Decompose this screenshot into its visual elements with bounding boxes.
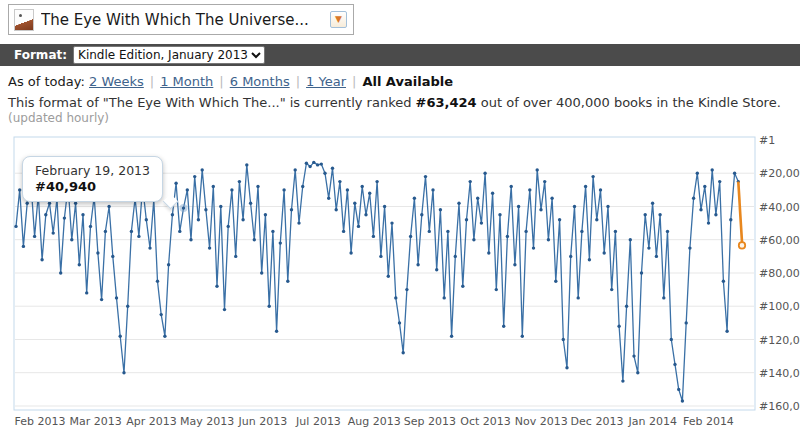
rank-point bbox=[595, 218, 598, 221]
separator: | bbox=[219, 74, 223, 89]
y-axis-label: #40,000 bbox=[759, 201, 800, 214]
range-all-available[interactable]: All Available bbox=[362, 74, 453, 89]
rank-point bbox=[48, 202, 51, 205]
x-axis-label: Nov 2013 bbox=[515, 415, 568, 428]
rank-point bbox=[59, 271, 62, 274]
rank-point bbox=[122, 371, 125, 374]
rank-point bbox=[617, 325, 620, 328]
rank-point bbox=[457, 202, 460, 205]
rank-point bbox=[294, 168, 297, 171]
rank-point bbox=[368, 192, 371, 195]
y-axis-label: #1 bbox=[759, 135, 775, 147]
rank-point bbox=[275, 330, 278, 333]
expand-book-dropdown-button[interactable]: ▼ bbox=[330, 11, 347, 28]
rank-point bbox=[454, 255, 457, 258]
rank-point bbox=[379, 255, 382, 258]
rank-point bbox=[577, 296, 580, 299]
rank-point bbox=[517, 205, 520, 208]
rank-point bbox=[390, 221, 393, 224]
rank-point bbox=[264, 213, 267, 216]
rank-point bbox=[331, 167, 334, 170]
rank-point bbox=[647, 246, 650, 249]
range-link-1-year[interactable]: 1 Year bbox=[306, 74, 346, 89]
rank-point bbox=[446, 230, 449, 233]
rank-point bbox=[197, 218, 200, 221]
rank-point bbox=[104, 230, 107, 233]
rank-point bbox=[569, 255, 572, 258]
x-axis-label: Oct 2013 bbox=[460, 415, 511, 428]
rank-point bbox=[476, 197, 479, 200]
range-link-6-months[interactable]: 6 Months bbox=[230, 74, 290, 89]
rank-point bbox=[487, 251, 490, 254]
rank-point bbox=[658, 213, 661, 216]
range-link-2-weeks[interactable]: 2 Weeks bbox=[89, 74, 144, 89]
rank-point bbox=[81, 213, 84, 216]
rank-point bbox=[201, 168, 204, 171]
rank-point bbox=[312, 161, 315, 164]
rank-point bbox=[346, 188, 349, 191]
rank-point bbox=[193, 175, 196, 178]
rank-point bbox=[189, 238, 192, 241]
rank-point bbox=[554, 280, 557, 283]
rank-point bbox=[215, 285, 218, 288]
rank-summary: This format of "The Eye With Which The..… bbox=[8, 95, 800, 125]
rank-point bbox=[666, 230, 669, 233]
rank-point bbox=[733, 172, 736, 175]
rank-point bbox=[655, 255, 658, 258]
rank-point bbox=[78, 263, 81, 266]
rank-point bbox=[208, 246, 211, 249]
rank-point bbox=[167, 263, 170, 266]
rank-point bbox=[506, 235, 509, 238]
y-axis-label: #160,000 bbox=[759, 400, 800, 413]
rank-point bbox=[14, 225, 17, 228]
rank-point bbox=[178, 230, 181, 233]
rank-point bbox=[580, 230, 583, 233]
rank-point bbox=[174, 182, 177, 185]
rank-point bbox=[156, 280, 159, 283]
rank-point bbox=[375, 180, 378, 183]
rank-point bbox=[543, 180, 546, 183]
y-axis-label: #20,000 bbox=[759, 167, 800, 180]
rank-point bbox=[227, 225, 230, 228]
y-axis-label: #140,000 bbox=[759, 367, 800, 380]
rank-point bbox=[696, 172, 699, 175]
rank-point bbox=[223, 308, 226, 311]
range-link-1-month[interactable]: 1 Month bbox=[160, 74, 213, 89]
rank-point bbox=[245, 163, 248, 166]
separator: | bbox=[296, 74, 300, 89]
rank-point bbox=[204, 208, 207, 211]
rank-point bbox=[714, 213, 717, 216]
rank-point bbox=[461, 285, 464, 288]
rank-point bbox=[297, 221, 300, 224]
rank-point bbox=[536, 168, 539, 171]
separator: | bbox=[150, 74, 154, 89]
rank-point bbox=[703, 185, 706, 188]
rank-point bbox=[111, 255, 114, 258]
rank-point bbox=[316, 163, 319, 166]
updated-hourly-note: (updated hourly) bbox=[8, 111, 109, 125]
rank-point bbox=[465, 218, 468, 221]
rank-point bbox=[256, 185, 259, 188]
rank-point bbox=[513, 263, 516, 266]
rank-point bbox=[342, 230, 345, 233]
rank-point bbox=[70, 238, 73, 241]
rank-point bbox=[636, 371, 639, 374]
rank-point bbox=[308, 165, 311, 168]
rank-point bbox=[640, 271, 643, 274]
x-axis-label: Apr 2013 bbox=[126, 415, 177, 428]
x-axis-label: Sep 2013 bbox=[404, 415, 456, 428]
rank-point bbox=[405, 288, 408, 291]
rank-point bbox=[699, 208, 702, 211]
rank-point bbox=[424, 175, 427, 178]
rank-point bbox=[137, 235, 140, 238]
rank-point bbox=[171, 213, 174, 216]
rank-point bbox=[692, 197, 695, 200]
rank-point bbox=[96, 251, 99, 254]
rank-point bbox=[271, 230, 274, 233]
format-select[interactable]: Kindle Edition, January 2013 bbox=[73, 46, 265, 64]
rank-point bbox=[409, 235, 412, 238]
rank-point bbox=[599, 188, 602, 191]
current-rank-point[interactable] bbox=[739, 242, 745, 248]
rank-point bbox=[186, 188, 189, 191]
rank-point bbox=[532, 246, 535, 249]
